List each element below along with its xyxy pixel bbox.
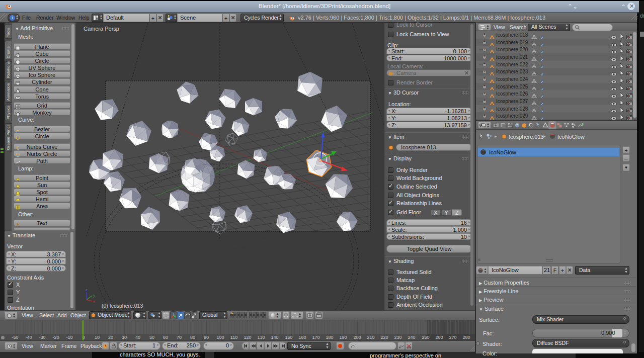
svg-text:F: F xyxy=(16,222,20,227)
svg-text:y: y xyxy=(93,293,95,298)
svg-text:x: x xyxy=(93,299,95,304)
svg-text:z: z xyxy=(86,288,88,292)
